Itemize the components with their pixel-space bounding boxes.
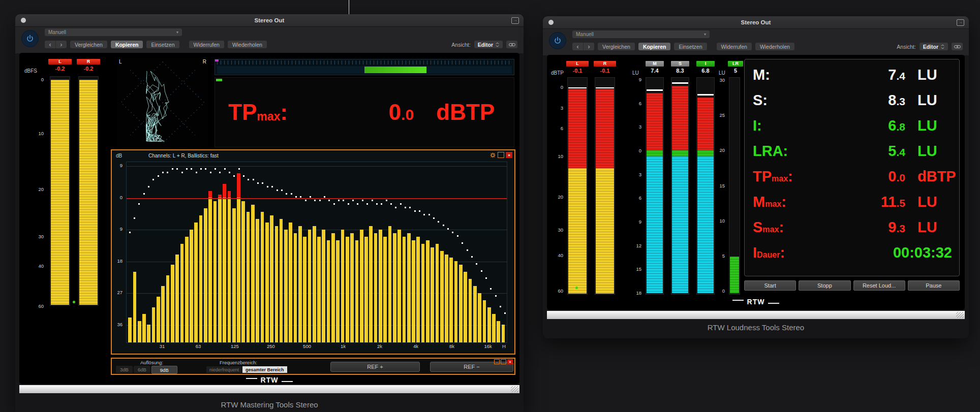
transport-button[interactable]: Start <box>744 280 796 291</box>
transport-button[interactable]: Pause <box>908 280 960 291</box>
transport-button[interactable]: Stopp <box>799 280 850 291</box>
preset-dropdown[interactable]: Manuell ▾ <box>572 30 710 38</box>
link-icon <box>954 44 961 49</box>
peak-hold-dot <box>291 193 292 195</box>
axis-tick-label: 500 <box>303 344 311 349</box>
meter-fill <box>596 168 614 294</box>
view-selector[interactable]: Editor <box>920 43 948 50</box>
peak-hold-dot <box>419 210 420 212</box>
compare-button-group: VergleichenKopierenEinsetzen <box>598 43 707 50</box>
peak-hold-dot <box>500 306 501 307</box>
correlation-meter <box>215 59 514 75</box>
window-title: Stereo Out <box>255 17 285 23</box>
power-button[interactable] <box>549 32 566 49</box>
tp-colon: : <box>280 100 288 125</box>
prev-preset-button[interactable]: ‹ <box>572 43 583 50</box>
lr-green <box>730 257 739 293</box>
power-icon <box>554 37 562 45</box>
minimize-icon[interactable]: – <box>494 359 500 364</box>
resolution-option[interactable]: 3dB <box>116 366 133 373</box>
peak-hold-dot <box>191 168 192 170</box>
header-button[interactable]: Wiederholen <box>228 41 267 48</box>
close-icon[interactable]: × <box>506 152 512 158</box>
next-preset-button[interactable]: › <box>583 43 594 50</box>
power-button[interactable] <box>21 30 39 47</box>
resolution-option[interactable]: 9dB <box>151 366 177 374</box>
resolution-options: 3dB6dB9dB <box>116 366 177 374</box>
readout-row: IDauer:00:03:32 <box>753 244 954 270</box>
header-button[interactable]: Vergleichen <box>70 41 107 48</box>
peak-hold-dot <box>257 182 259 184</box>
peak-hold-dot <box>300 196 301 198</box>
rtw-logo-text: RTW <box>747 298 765 306</box>
scale-label: 0 <box>561 85 563 90</box>
scale-label: 60 <box>38 304 44 309</box>
window-title: Stereo Out <box>741 19 771 25</box>
resize-handle[interactable] <box>956 312 964 318</box>
transfer-icon[interactable]: → <box>957 19 964 26</box>
header-button[interactable]: Kopieren <box>638 43 671 50</box>
lu-red <box>647 93 663 150</box>
transfer-icon[interactable]: → <box>511 17 519 24</box>
header-button[interactable]: Einsetzen <box>146 41 179 48</box>
header-button[interactable]: Widerrufen <box>189 41 224 48</box>
spectrum-bar <box>425 240 430 342</box>
correlation-marker <box>215 59 219 61</box>
spectrum-bar <box>255 219 260 342</box>
peak-hold-dot <box>338 200 340 201</box>
header-button[interactable]: Widerrufen <box>717 43 752 50</box>
gear-icon[interactable] <box>489 152 496 158</box>
scale-label: 18 <box>636 291 641 296</box>
channel-label-left: L <box>48 59 72 65</box>
resolution-option[interactable]: 6dB <box>134 366 150 373</box>
peak-hold-dot <box>134 217 135 219</box>
transport-buttons: StartStoppReset Loud...Pause <box>744 280 960 291</box>
transport-button[interactable]: Reset Loud... <box>853 280 905 291</box>
window-icon[interactable] <box>498 152 504 158</box>
header-button[interactable]: Kopieren <box>111 41 143 48</box>
header-button[interactable]: Einsetzen <box>674 43 707 50</box>
loudness-range-value: 5 <box>728 68 743 74</box>
updown-chevron-icon <box>496 42 499 47</box>
range-option[interactable]: niederfrequent <box>206 366 242 373</box>
scale-label: 60 <box>558 289 563 294</box>
header-button[interactable]: Wiederholen <box>755 43 794 50</box>
close-button[interactable] <box>548 20 554 25</box>
readout-row: S:8.3LU <box>753 92 954 117</box>
axis-tick-label: 9 <box>120 227 122 232</box>
titlebar[interactable]: Stereo Out → <box>15 14 524 27</box>
momentary-label: M <box>646 61 664 67</box>
next-preset-button[interactable]: › <box>55 41 67 48</box>
spectrum-bar <box>383 237 387 342</box>
lu-cyan <box>647 156 663 293</box>
spectrum-bar <box>212 201 217 342</box>
resize-handle[interactable] <box>511 386 518 392</box>
link-button[interactable] <box>506 41 517 48</box>
close-icon[interactable]: × <box>507 359 513 364</box>
integrated-value: 6.8 <box>696 68 715 74</box>
loudness-range-label: LR <box>728 61 743 67</box>
range-options: niederfrequentgesamter Bereich <box>206 366 287 373</box>
close-button[interactable] <box>21 18 26 23</box>
axis-tick-label: 2k <box>377 344 382 349</box>
titlebar[interactable]: Stereo Out → <box>543 16 969 29</box>
correlation-ruler <box>217 60 512 65</box>
scale-label: 3 <box>639 124 641 130</box>
spectrum-bar <box>288 223 293 342</box>
ref-plus-button[interactable]: REF + <box>330 362 420 372</box>
restore-icon[interactable] <box>501 359 506 364</box>
range-label: Frequenzbereich: <box>220 360 257 365</box>
peak-hold-dot <box>305 200 307 201</box>
header-button[interactable]: Vergleichen <box>598 43 635 50</box>
view-selector[interactable]: Editor <box>474 41 503 48</box>
correlation-value-bar <box>364 67 426 73</box>
preset-dropdown[interactable]: Manuell ▾ <box>45 28 182 36</box>
spectrum-bar <box>132 272 137 342</box>
peak-hold-dot <box>314 200 316 201</box>
peak-hold-dot <box>457 235 458 237</box>
prev-preset-button[interactable]: ‹ <box>45 41 55 48</box>
view-value: Editor <box>923 44 938 50</box>
range-option[interactable]: gesamter Bereich <box>242 366 287 373</box>
level-meter-left <box>50 76 70 306</box>
link-button[interactable] <box>952 43 963 50</box>
